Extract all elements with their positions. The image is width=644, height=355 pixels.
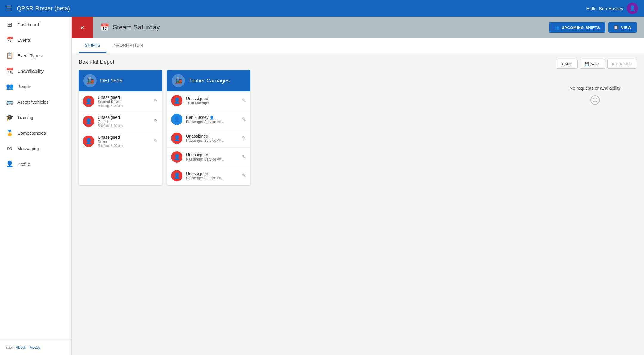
- shift-edit-icon[interactable]: ✎: [242, 116, 246, 123]
- no-requests-panel: No requests or availability ☹: [553, 74, 637, 119]
- no-requests-text: No requests or availability: [559, 85, 631, 91]
- event-header-actions: 👥 UPCOMING SHIFTS 🔲 VIEW: [549, 22, 644, 33]
- shift-role: Train Manager: [186, 101, 238, 105]
- sidebar-label-event-types: Event Types: [17, 53, 42, 58]
- shift-role: Passenger Service Att...: [186, 176, 238, 180]
- train-card-del1616: 🚂 DEL1616 👤 Unassigned Second Driver Bri…: [79, 70, 162, 185]
- save-button[interactable]: 💾 SAVE: [580, 59, 605, 69]
- train-card-timber: 🚂 Timber Carriages 👤 Unassigned Train Ma…: [167, 70, 250, 185]
- shift-avatar: 👤: [171, 151, 182, 163]
- shift-row[interactable]: 👤 Unassigned Train Manager ✎: [167, 91, 250, 110]
- dashboard-icon: ⊞: [6, 21, 13, 28]
- train-name: DEL1616: [100, 78, 123, 84]
- shift-edit-icon[interactable]: ✎: [242, 135, 246, 141]
- shift-name: Unassigned: [186, 152, 238, 157]
- shift-info: Unassigned Driver Briefing: 8:00 am: [98, 135, 150, 147]
- sidebar-label-profile: Profile: [17, 161, 30, 166]
- assets-icon: 🚌: [6, 98, 13, 105]
- training-icon: 🎓: [6, 114, 13, 121]
- shift-avatar: 👤: [171, 170, 182, 181]
- shift-role: Passenger Service Att...: [186, 157, 238, 161]
- shift-role: Guard: [98, 120, 150, 124]
- shift-avatar: 👤: [171, 114, 182, 125]
- upcoming-shifts-button[interactable]: 👥 UPCOMING SHIFTS: [549, 22, 605, 33]
- view-icon: 🔲: [614, 25, 619, 30]
- tabs-bar: SHIFTS INFORMATION: [72, 38, 644, 53]
- add-button[interactable]: + ADD: [556, 59, 578, 69]
- footer-privacy-link[interactable]: Privacy: [28, 345, 40, 350]
- sidebar-item-competencies[interactable]: 🏅 Competencies: [0, 125, 71, 141]
- train-card-header: 🚂 Timber Carriages: [167, 70, 250, 91]
- shift-row[interactable]: 👤 Unassigned Passenger Service Att... ✎: [167, 129, 250, 148]
- upcoming-shifts-icon: 👥: [554, 25, 559, 30]
- shift-briefing: Briefing: 8:00 am: [98, 124, 150, 127]
- sidebar-label-people: People: [17, 84, 31, 89]
- shift-info: Unassigned Guard Briefing: 8:00 am: [98, 115, 150, 127]
- sidebar-item-assets[interactable]: 🚌 Assets/Vehicles: [0, 94, 71, 110]
- shift-edit-icon[interactable]: ✎: [154, 118, 158, 124]
- train-name: Timber Carriages: [188, 78, 230, 84]
- sidebar-item-messaging[interactable]: ✉ Messaging: [0, 141, 71, 156]
- calendar-icon: 📅: [100, 23, 109, 32]
- shift-row[interactable]: 👤 Ben Hussey 👤 Passenger Service Att... …: [167, 110, 250, 129]
- shift-name: Unassigned: [186, 96, 238, 101]
- sidebar-item-events[interactable]: 📅 Events: [0, 32, 71, 48]
- shift-edit-icon[interactable]: ✎: [154, 98, 158, 105]
- sidebar-label-training: Training: [17, 115, 33, 120]
- event-types-icon: 📋: [6, 52, 13, 59]
- event-title: Steam Saturday: [113, 24, 160, 31]
- sidebar-label-events: Events: [17, 38, 31, 43]
- shift-avatar: 👤: [171, 95, 182, 106]
- tab-information[interactable]: INFORMATION: [106, 38, 149, 53]
- sidebar-item-dashboard[interactable]: ⊞ Dashboard: [0, 17, 71, 32]
- top-nav: ☰ QPSR Roster (beta) Hello, Ben Hussey 👤: [0, 0, 644, 17]
- sidebar-label-assets: Assets/Vehicles: [17, 99, 49, 105]
- shift-row[interactable]: 👤 Unassigned Passenger Service Att... ✎: [167, 148, 250, 166]
- profile-icon: 👤: [6, 160, 13, 167]
- sidebar-footer: saor - About - Privacy: [0, 342, 71, 353]
- right-panel-actions: + ADD 💾 SAVE ▶ PUBLISH: [553, 59, 637, 69]
- hamburger-menu[interactable]: ☰: [6, 4, 12, 12]
- shift-edit-icon[interactable]: ✎: [242, 97, 246, 104]
- events-icon: 📅: [6, 36, 13, 43]
- sidebar-label-competencies: Competencies: [17, 130, 46, 136]
- view-button[interactable]: 🔲 VIEW: [608, 22, 637, 33]
- shift-edit-icon[interactable]: ✎: [242, 172, 246, 179]
- footer-prefix: saor: [6, 345, 13, 350]
- shift-name: Ben Hussey 👤: [186, 115, 238, 120]
- user-avatar[interactable]: 👤: [627, 3, 638, 14]
- shift-row[interactable]: 👤 Unassigned Driver Briefing: 8:00 am ✎: [79, 131, 162, 151]
- publish-button[interactable]: ▶ PUBLISH: [607, 59, 637, 69]
- shift-edit-icon[interactable]: ✎: [154, 138, 158, 144]
- shift-role: Driver: [98, 140, 150, 144]
- people-icon: 👥: [6, 83, 13, 90]
- sidebar-item-event-types[interactable]: 📋 Event Types: [0, 48, 71, 63]
- sidebar-label-dashboard: Dashboard: [17, 22, 39, 27]
- shift-row[interactable]: 👤 Unassigned Guard Briefing: 8:00 am ✎: [79, 111, 162, 131]
- section-title: Box Flat Depot: [79, 59, 549, 65]
- shift-row[interactable]: 👤 Unassigned Passenger Service Att... ✎: [167, 166, 250, 185]
- shift-info: Unassigned Passenger Service Att...: [186, 152, 238, 161]
- event-title-area: 📅 Steam Saturday: [93, 23, 549, 32]
- left-panel: Box Flat Depot 🚂 DEL1616 👤 Unassigned Se…: [79, 59, 549, 349]
- shift-avatar: 👤: [83, 116, 94, 127]
- back-button[interactable]: «: [72, 17, 93, 38]
- sidebar-item-profile[interactable]: 👤 Profile: [0, 156, 71, 172]
- shift-name: Unassigned: [186, 171, 238, 176]
- sidebar-item-people[interactable]: 👥 People: [0, 79, 71, 94]
- shift-briefing: Briefing: 8:00 am: [98, 144, 150, 147]
- tab-shifts[interactable]: SHIFTS: [79, 38, 106, 53]
- shift-briefing: Briefing: 8:00 am: [98, 104, 150, 108]
- sidebar-item-training[interactable]: 🎓 Training: [0, 110, 71, 125]
- train-card-header: 🚂 DEL1616: [79, 70, 162, 91]
- shift-info: Unassigned Second Driver Briefing: 8:00 …: [98, 95, 150, 108]
- sidebar-item-unavailability[interactable]: 📆 Unavailability: [0, 63, 71, 79]
- shift-name: Unassigned: [186, 134, 238, 138]
- shift-row[interactable]: 👤 Unassigned Second Driver Briefing: 8:0…: [79, 91, 162, 111]
- shift-avatar: 👤: [171, 133, 182, 144]
- shift-edit-icon[interactable]: ✎: [242, 154, 246, 160]
- competencies-icon: 🏅: [6, 129, 13, 136]
- shift-info: Unassigned Train Manager: [186, 96, 238, 105]
- sad-face-icon: ☹: [559, 94, 631, 107]
- footer-about-link[interactable]: About: [16, 345, 25, 350]
